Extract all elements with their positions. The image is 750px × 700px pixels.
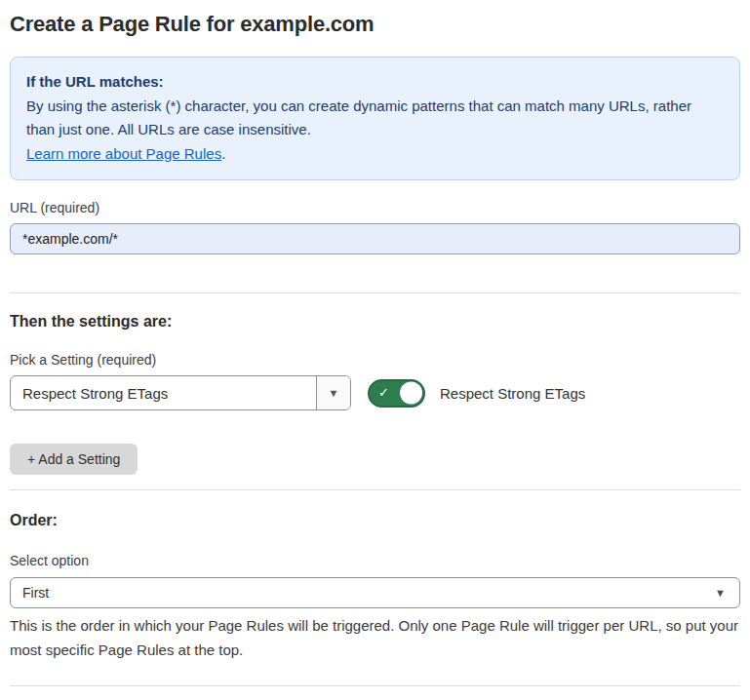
info-box-body: By using the asterisk (*) character, you… [26,95,724,142]
chevron-down-icon: ▼ [329,387,339,399]
url-match-info-box: If the URL matches: By using the asteris… [10,57,740,180]
chevron-down-icon: ▼ [715,587,726,599]
setting-select-arrow-button[interactable]: ▼ [316,376,350,409]
url-input[interactable] [10,223,740,254]
order-select-label: Select option [10,553,740,568]
settings-section-heading: Then the settings are: [10,313,740,331]
setting-picker-label: Pick a Setting (required) [10,352,740,368]
setting-select[interactable]: Respect Strong ETags ▼ [10,375,351,410]
divider [10,685,740,686]
toggle-wrap: ✓ Respect Strong ETags [368,379,585,408]
respect-strong-etags-toggle[interactable]: ✓ [368,379,425,408]
learn-more-link[interactable]: Learn more about Page Rules [26,145,221,162]
setting-row: Respect Strong ETags ▼ ✓ Respect Strong … [10,375,740,410]
toggle-label: Respect Strong ETags [440,385,585,402]
info-box-link-line: Learn more about Page Rules. [26,142,724,167]
order-section-heading: Order: [10,512,740,529]
order-help-text: This is the order in which your Page Rul… [10,613,740,662]
order-select-value: First [22,585,49,601]
order-select[interactable]: First ▼ [10,577,740,608]
info-box-heading: If the URL matches: [26,70,724,95]
url-field-label: URL (required) [10,200,740,215]
divider [10,489,740,490]
toggle-knob [400,382,422,405]
check-icon: ✓ [378,385,389,400]
divider [10,292,740,293]
link-suffix: . [221,145,225,162]
add-setting-button[interactable]: + Add a Setting [10,444,138,475]
setting-select-value: Respect Strong ETags [11,376,316,409]
page-title: Create a Page Rule for example.com [10,12,740,37]
